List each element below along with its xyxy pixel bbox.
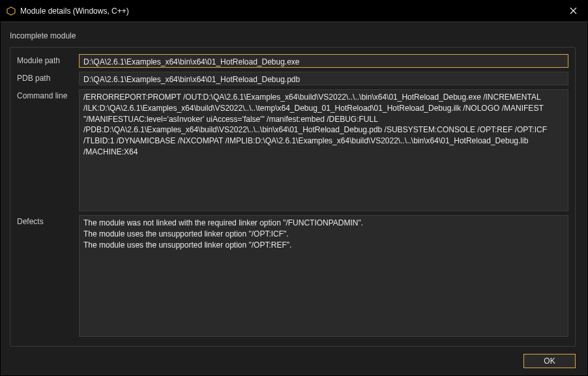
- form-panel: Module path D:\QA\2.6.1\Examples_x64\bin…: [10, 47, 576, 347]
- window-title: Module details (Windows, C++): [20, 7, 559, 16]
- label-module-path: Module path: [17, 54, 79, 68]
- label-command-line: Command line: [17, 89, 79, 211]
- row-pdb-path: PDB path D:\QA\2.6.1\Examples_x64\bin\x6…: [17, 72, 568, 85]
- app-icon: [6, 6, 16, 16]
- field-pdb-path[interactable]: D:\QA\2.6.1\Examples_x64\bin\x64\01_HotR…: [79, 72, 568, 85]
- ok-button[interactable]: OK: [523, 354, 576, 368]
- section-title: Incomplete module: [10, 31, 576, 40]
- field-defects[interactable]: The module was not linked with the requi…: [79, 215, 568, 337]
- footer: OK: [1, 347, 587, 375]
- label-pdb-path: PDB path: [17, 72, 79, 85]
- field-command-line[interactable]: /ERRORREPORT:PROMPT /OUT:D:\QA\2.6.1\Exa…: [79, 89, 568, 211]
- row-command-line: Command line /ERRORREPORT:PROMPT /OUT:D:…: [17, 89, 568, 211]
- close-button[interactable]: [559, 1, 587, 22]
- row-defects: Defects The module was not linked with t…: [17, 215, 568, 337]
- label-defects: Defects: [17, 215, 79, 337]
- module-details-window: Module details (Windows, C++) Incomplete…: [0, 0, 588, 376]
- field-module-path[interactable]: D:\QA\2.6.1\Examples_x64\bin\x64\01_HotR…: [79, 54, 568, 68]
- titlebar[interactable]: Module details (Windows, C++): [1, 1, 587, 22]
- row-module-path: Module path D:\QA\2.6.1\Examples_x64\bin…: [17, 54, 568, 68]
- content-area: Incomplete module Module path D:\QA\2.6.…: [1, 22, 587, 347]
- svg-marker-0: [7, 7, 15, 15]
- close-icon: [570, 7, 577, 16]
